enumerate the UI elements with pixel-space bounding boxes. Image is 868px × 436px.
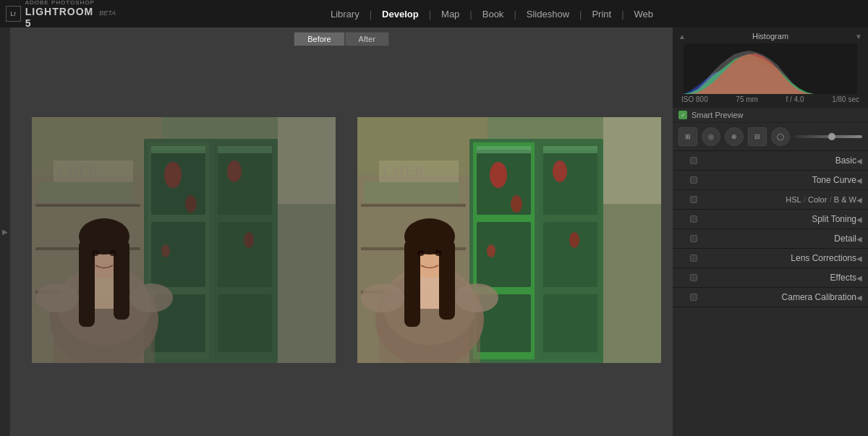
nav-print[interactable]: Print — [584, 6, 618, 22]
svg-rect-47 — [543, 150, 597, 215]
svg-rect-56 — [543, 146, 597, 153]
logo-area: Lr ADOBE PHOTOSHOP LIGHTROOM 5 BETA — [0, 0, 116, 29]
svg-point-52 — [553, 161, 567, 182]
before-tab[interactable]: Before — [294, 32, 344, 46]
spot-removal-tool-button[interactable]: ◎ — [702, 127, 720, 146]
effects-title: Effects — [700, 273, 856, 283]
svg-text:CHER: CHER — [383, 163, 425, 179]
svg-rect-61 — [365, 182, 459, 202]
camera-calibration-toggle-button[interactable] — [690, 294, 697, 301]
svg-rect-9 — [218, 222, 272, 287]
svg-rect-48 — [543, 222, 597, 287]
basic-title: Basic — [700, 155, 856, 166]
svg-rect-45 — [477, 222, 531, 287]
histogram-info: ISO 800 75 mm f / 4.0 1/80 sec — [676, 94, 865, 105]
hsl-section-header[interactable]: HSL / Color / B & W ◀ — [673, 190, 868, 209]
radial-filter-tool-button[interactable]: ◯ — [771, 127, 790, 146]
lens-corrections-arrow-icon: ◀ — [856, 255, 862, 262]
nav-web[interactable]: Web — [627, 6, 661, 22]
split-toning-section: Split Toning ◀ — [673, 210, 868, 229]
graduated-filter-tool-button[interactable]: ⊟ — [748, 127, 767, 146]
tone-curve-section: Tone Curve ◀ — [673, 171, 868, 190]
basic-toggle-button[interactable] — [690, 157, 697, 164]
histogram-right-arrow-icon: ▼ — [855, 33, 862, 40]
camera-calibration-title: Camera Calibration — [700, 292, 856, 302]
split-toning-toggle-button[interactable] — [690, 215, 697, 223]
basic-arrow-icon: ◀ — [856, 157, 862, 165]
svg-point-76 — [361, 283, 404, 312]
histogram-title-bar: ▲ Histogram ▼ — [676, 30, 865, 43]
tone-curve-title: Tone Curve — [700, 175, 856, 185]
svg-point-74 — [417, 250, 425, 256]
nav-menu: Library | Develop | Map | Book | Slidesh… — [116, 6, 868, 22]
svg-point-53 — [569, 232, 579, 248]
svg-point-77 — [455, 283, 498, 312]
svg-rect-24 — [278, 117, 336, 363]
svg-rect-49 — [543, 294, 597, 352]
svg-rect-58 — [361, 204, 466, 207]
svg-point-12 — [185, 195, 197, 213]
svg-rect-6 — [151, 222, 205, 287]
svg-rect-63 — [603, 117, 661, 363]
red-eye-tool-button[interactable]: ⊕ — [725, 127, 744, 146]
effects-toggle-button[interactable] — [690, 274, 697, 281]
top-bar: Lr ADOBE PHOTOSHOP LIGHTROOM 5 BETA Libr… — [0, 0, 868, 27]
before-after-tabs: Before After — [10, 27, 673, 51]
after-image-panel: CHER — [350, 58, 668, 422]
camera-calibration-section-header[interactable]: Camera Calibration ◀ — [673, 288, 868, 307]
tone-curve-toggle-button[interactable] — [690, 176, 697, 184]
nav-library[interactable]: Library — [323, 6, 367, 22]
svg-rect-16 — [151, 146, 205, 153]
svg-point-11 — [164, 162, 182, 188]
svg-rect-55 — [477, 146, 531, 153]
exposure-slider[interactable] — [794, 135, 862, 138]
crop-tool-button[interactable]: ⊞ — [678, 127, 697, 146]
tone-curve-arrow-icon: ◀ — [856, 176, 862, 184]
svg-text:CHER: CHER — [57, 163, 99, 179]
lens-corrections-toggle-button[interactable] — [690, 255, 697, 262]
lr-icon: Lr — [6, 6, 21, 22]
svg-point-75 — [435, 250, 442, 256]
effects-arrow-icon: ◀ — [856, 274, 862, 282]
histogram-left-arrow-icon: ▲ — [678, 33, 686, 40]
svg-point-37 — [35, 283, 79, 312]
left-panel-toggle[interactable]: ▶ — [0, 27, 10, 436]
smart-preview-icon: ✓ — [678, 111, 687, 119]
split-toning-title: Split Toning — [700, 214, 856, 224]
svg-point-13 — [227, 161, 242, 182]
tone-curve-section-header[interactable]: Tone Curve ◀ — [673, 171, 868, 189]
after-tab[interactable]: After — [345, 32, 389, 46]
svg-point-38 — [129, 283, 173, 312]
image-panels: CHER — [10, 51, 673, 436]
svg-rect-8 — [218, 150, 272, 215]
basic-section-header[interactable]: Basic ◀ — [673, 151, 868, 170]
camera-calibration-section: Camera Calibration ◀ — [673, 288, 868, 307]
lens-corrections-section-header[interactable]: Lens Corrections ◀ — [673, 249, 868, 268]
center-area: Before After — [10, 27, 673, 436]
detail-toggle-button[interactable] — [690, 235, 697, 242]
iso-info: ISO 800 — [681, 95, 708, 103]
histogram-chart — [684, 43, 857, 94]
nav-book[interactable]: Book — [475, 6, 511, 22]
nav-develop[interactable]: Develop — [375, 6, 426, 22]
camera-calibration-arrow-icon: ◀ — [856, 294, 862, 302]
svg-point-15 — [161, 244, 170, 257]
left-panel-arrow-icon: ▶ — [2, 228, 8, 236]
lens-corrections-title: Lens Corrections — [700, 253, 856, 263]
histogram-title: Histogram — [752, 32, 788, 40]
right-panel: ▲ Histogram ▼ ISO 800 75 mm f / 4.0 — [673, 27, 868, 436]
svg-point-35 — [92, 250, 99, 256]
smart-preview-bar: ✓ Smart Preview — [673, 108, 868, 123]
detail-section-header[interactable]: Detail ◀ — [673, 229, 868, 248]
hsl-title: HSL / Color / B & W — [700, 195, 856, 205]
adobe-text: ADOBE PHOTOSHOP LIGHTROOM 5 BETA — [25, 0, 116, 29]
effects-section-header[interactable]: Effects ◀ — [673, 268, 868, 287]
tool-bar: ⊞ ◎ ⊕ ⊟ ◯ — [673, 123, 868, 151]
nav-map[interactable]: Map — [434, 6, 467, 22]
beta-label: BETA — [99, 9, 116, 17]
nav-slideshow[interactable]: Slideshow — [519, 6, 576, 22]
lens-corrections-section: Lens Corrections ◀ — [673, 249, 868, 268]
hsl-toggle-button[interactable] — [690, 196, 697, 203]
before-photo: CHER — [32, 117, 336, 363]
split-toning-section-header[interactable]: Split Toning ◀ — [673, 210, 868, 228]
